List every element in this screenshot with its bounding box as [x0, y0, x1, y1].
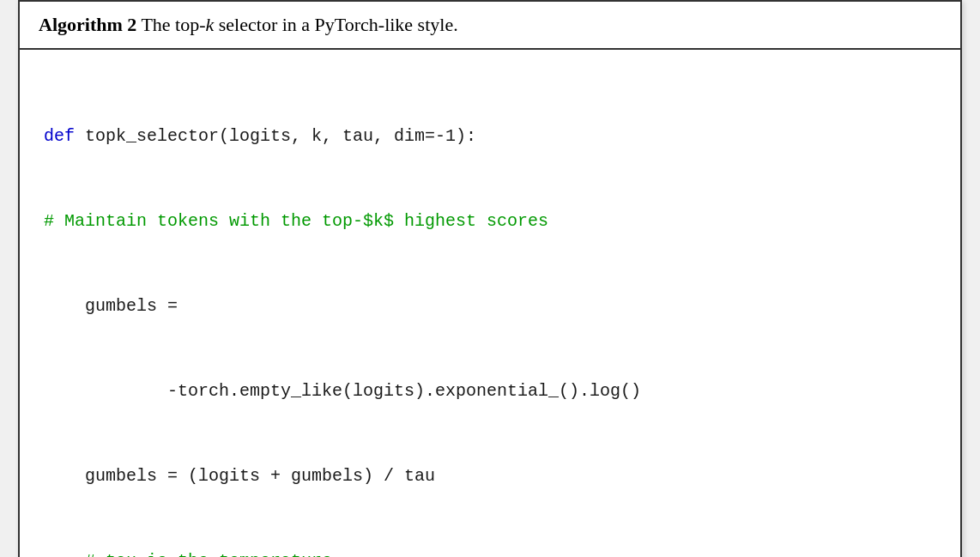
code-text-1: topk_selector(logits, k, tau, dim=-1):	[75, 126, 476, 146]
algorithm-title: The top-k selector in a PyTorch-like sty…	[141, 14, 457, 35]
comment-1: # Maintain tokens with the top-$k$ highe…	[44, 211, 548, 231]
code-line-6: # tau is the temperature	[44, 547, 936, 557]
code-line-3: gumbels =	[44, 292, 936, 320]
algorithm-label: Algorithm 2	[39, 14, 136, 35]
algorithm-box: Algorithm 2 The top-k selector in a PyTo…	[18, 0, 962, 557]
code-text-5: gumbels = (logits + gumbels) / tau	[44, 466, 435, 486]
algorithm-header: Algorithm 2 The top-k selector in a PyTo…	[20, 2, 960, 50]
code-block: def topk_selector(logits, k, tau, dim=-1…	[20, 50, 960, 557]
code-line-5: gumbels = (logits + gumbels) / tau	[44, 462, 936, 490]
comment-2: # tau is the temperature	[44, 551, 332, 557]
code-text-4: -torch.empty_like(logits).exponential_()…	[44, 381, 641, 401]
code-line-4: -torch.empty_like(logits).exponential_()…	[44, 377, 936, 405]
keyword-def: def	[44, 126, 75, 146]
code-line-2: # Maintain tokens with the top-$k$ highe…	[44, 207, 936, 235]
code-line-1: def topk_selector(logits, k, tau, dim=-1…	[44, 122, 936, 150]
code-text-3: gumbels =	[44, 296, 178, 316]
